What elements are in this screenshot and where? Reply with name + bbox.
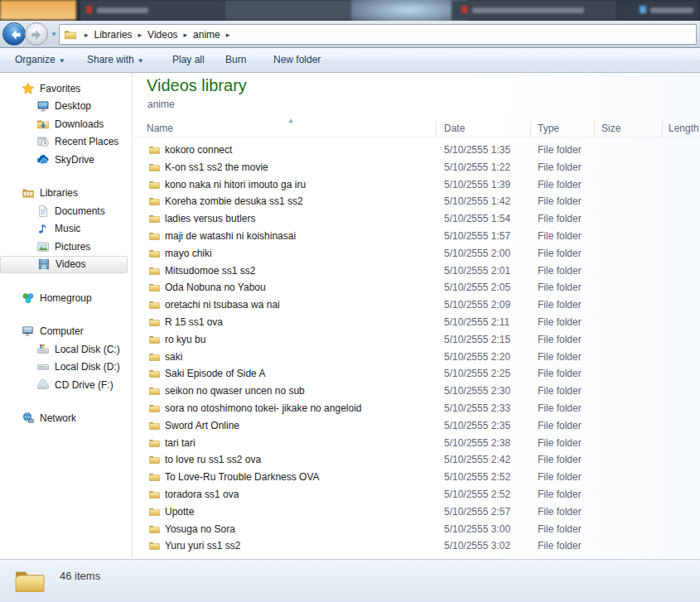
- file-row[interactable]: K-on ss1 ss2 the movie5/10/2555 1:22File…: [133, 159, 700, 176]
- sidebar-item-videos[interactable]: Videos: [0, 256, 128, 274]
- file-row[interactable]: sora no otoshimono tokei- jikake no ange…: [133, 400, 700, 417]
- breadcrumb-item-videos[interactable]: Videos: [147, 29, 177, 41]
- toolbar-button-organize[interactable]: Organize▼: [15, 54, 65, 65]
- sidebar-item-label: Pictures: [55, 241, 90, 253]
- background-tab-text: [650, 7, 693, 13]
- sidebar-item-local-disk-c[interactable]: Local Disk (C:): [0, 340, 132, 359]
- file-row[interactable]: Upotte5/10/2555 2:57File folder: [133, 503, 700, 521]
- file-type: File folder: [538, 248, 582, 259]
- address-bar-row: ▼ ▸Libraries▸Videos▸anime▸: [0, 21, 700, 48]
- sidebar-item-documents[interactable]: Documents: [0, 202, 132, 220]
- sidebar-item-desktop[interactable]: Desktop: [0, 98, 132, 116]
- file-date: 5/10/2555 2:30: [444, 385, 510, 397]
- back-icon: [7, 27, 22, 42]
- sidebar-item-music[interactable]: Music: [0, 220, 132, 238]
- sidebar-item-libraries[interactable]: Libraries: [0, 185, 132, 203]
- folder-icon: [148, 437, 161, 449]
- file-row[interactable]: ladies versus butlers5/10/2555 1:54File …: [133, 210, 700, 228]
- file-row[interactable]: to love ru ss1 ss2 ova5/10/2555 2:42File…: [133, 451, 700, 469]
- file-date: 5/10/2555 2:15: [444, 334, 510, 345]
- file-type: File folder: [538, 265, 582, 277]
- file-row[interactable]: ro kyu bu5/10/2555 2:15File folder: [133, 331, 700, 349]
- file-row[interactable]: saki5/10/2555 2:20File folder: [133, 349, 700, 366]
- column-header-date[interactable]: Date: [444, 123, 465, 134]
- column-header-name[interactable]: Name: [147, 123, 173, 134]
- computer-icon: [22, 325, 35, 338]
- file-date: 5/10/2555 1:39: [444, 179, 510, 190]
- breadcrumb-item-libraries[interactable]: Libraries: [94, 29, 133, 41]
- forward-button[interactable]: [25, 22, 48, 46]
- sidebar-item-homegroup[interactable]: Homegroup: [0, 289, 132, 307]
- toolbar-button-label: Play all: [172, 54, 205, 65]
- toolbar-button-label: Organize: [15, 54, 56, 65]
- file-row[interactable]: toradora ss1 ova5/10/2555 2:52File folde…: [133, 486, 700, 503]
- toolbar-button-new-folder[interactable]: New folder: [273, 54, 321, 65]
- toolbar-button-share-with[interactable]: Share with▼: [87, 54, 144, 65]
- sidebar-item-local-disk-d[interactable]: Local Disk (D:): [0, 359, 132, 377]
- back-button[interactable]: [2, 22, 26, 46]
- file-date: 5/10/2555 2:38: [444, 437, 510, 449]
- music-note-icon: [36, 222, 50, 235]
- sidebar-item-computer[interactable]: Computer: [0, 323, 132, 341]
- file-row[interactable]: tari tari5/10/2555 2:38File folder: [133, 435, 700, 452]
- file-row[interactable]: seikon no qwaser uncen no sub5/10/2555 2…: [133, 383, 700, 400]
- sidebar-item-recent-places[interactable]: Recent Places: [0, 133, 132, 152]
- background-tab-icon: [86, 6, 92, 13]
- folder-icon: [148, 334, 161, 345]
- skydrive-cloud-icon: [36, 153, 50, 166]
- file-row[interactable]: Oda Nobuna no Yabou5/10/2555 2:05File fo…: [133, 279, 700, 296]
- file-row[interactable]: Saki Episode of Side A5/10/2555 2:25File…: [133, 365, 700, 383]
- sidebar-section-homegroup: Homegroup: [0, 289, 132, 307]
- sidebar-section-libraries: LibrariesDocumentsMusicPicturesVideos: [0, 185, 132, 274]
- folder-icon: [148, 420, 161, 431]
- column-header-type[interactable]: Type: [538, 123, 559, 134]
- forward-icon: [30, 27, 45, 42]
- file-row[interactable]: kokoro connect5/10/2555 1:35File folder: [133, 142, 700, 159]
- file-row[interactable]: oretachi ni tsubasa wa nai5/10/2555 2:09…: [133, 296, 700, 314]
- toolbar-button-burn[interactable]: Burn: [225, 54, 246, 65]
- file-row[interactable]: Koreha zombie desuka ss1 ss25/10/2555 1:…: [133, 193, 700, 210]
- sidebar-section-network: Network: [0, 410, 132, 428]
- file-row[interactable]: To Love-Ru Trouble Darkness OVA5/10/2555…: [133, 469, 700, 486]
- file-row[interactable]: maji de watashi ni koishinasai5/10/2555 …: [133, 228, 700, 245]
- file-type: File folder: [538, 523, 582, 535]
- file-type: File folder: [538, 351, 582, 363]
- column-header-length[interactable]: Length: [669, 123, 699, 134]
- breadcrumb-item-anime[interactable]: anime: [193, 29, 220, 41]
- file-row[interactable]: kono naka ni hitori imouto ga iru5/10/25…: [133, 176, 700, 194]
- file-type: File folder: [538, 437, 582, 449]
- file-row[interactable]: Yuru yuri ss1 ss25/10/2555 3:02File fold…: [133, 537, 700, 555]
- file-date: 5/10/2555 2:57: [444, 506, 510, 518]
- folder-icon: [148, 195, 161, 207]
- file-row[interactable]: mayo chiki5/10/2555 2:00File folder: [133, 245, 700, 262]
- file-date: 5/10/2555 2:09: [444, 299, 510, 311]
- file-type: File folder: [538, 316, 582, 328]
- file-row[interactable]: Mitsudomoe ss1 ss25/10/2555 2:01File fol…: [133, 262, 700, 280]
- folder-icon: [148, 213, 161, 224]
- file-name: K-on ss1 ss2 the movie: [165, 161, 268, 173]
- breadcrumb: ▸Libraries▸Videos▸anime▸: [79, 29, 235, 41]
- recent-pages-chevron[interactable]: ▼: [51, 31, 57, 38]
- file-row[interactable]: Sword Art Online5/10/2555 2:35File folde…: [133, 417, 700, 435]
- sidebar-item-skydrive[interactable]: SkyDrive: [0, 151, 132, 169]
- file-row[interactable]: R 15 ss1 ova5/10/2555 2:11File folder: [133, 314, 700, 331]
- address-breadcrumb-bar[interactable]: ▸Libraries▸Videos▸anime▸: [59, 24, 697, 45]
- file-type: File folder: [538, 195, 582, 207]
- sidebar-item-pictures[interactable]: Pictures: [0, 238, 132, 256]
- sidebar-item-label: Computer: [40, 325, 84, 337]
- file-row[interactable]: Yosuga no Sora5/10/2555 3:00File folder: [133, 521, 700, 538]
- sidebar-item-favorites[interactable]: Favorites: [0, 79, 132, 98]
- file-type: File folder: [538, 213, 582, 224]
- folder-icon: [148, 368, 161, 379]
- file-type: File folder: [538, 368, 582, 379]
- recent-places-icon: [36, 135, 50, 148]
- sidebar-item-label: Local Disk (D:): [55, 361, 120, 373]
- sidebar-item-network[interactable]: Network: [0, 410, 132, 428]
- breadcrumb-separator-icon: ▸: [184, 31, 188, 39]
- sidebar-item-downloads[interactable]: Downloads: [0, 115, 132, 133]
- toolbar-button-play-all[interactable]: Play all: [172, 54, 205, 65]
- disk-icon: [36, 360, 50, 373]
- explorer-window: ▼ ▸Libraries▸Videos▸anime▸ Organize▼Shar…: [0, 0, 700, 602]
- sidebar-item-cd-drive-f[interactable]: CD Drive (F:): [0, 376, 132, 394]
- column-header-size[interactable]: Size: [601, 123, 620, 134]
